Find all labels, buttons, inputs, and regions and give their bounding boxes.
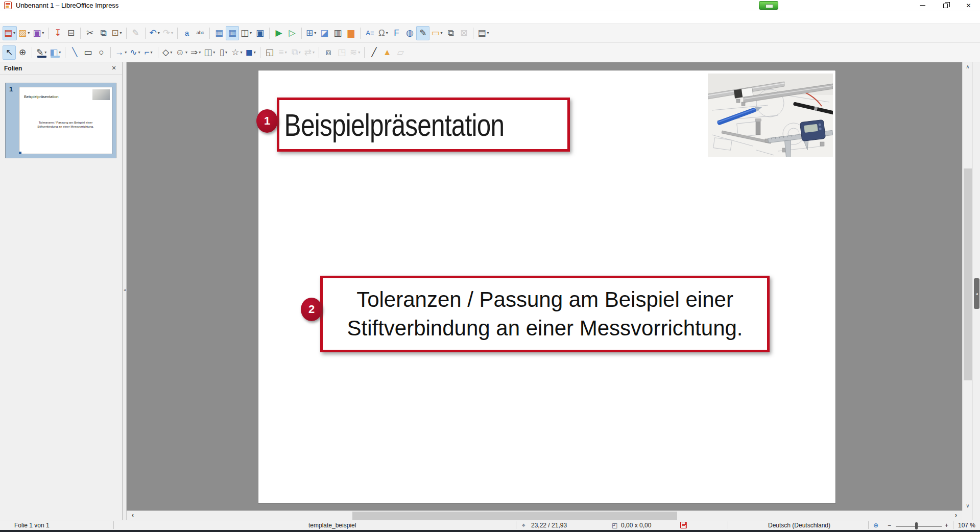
align-objects-button[interactable]: ≡ ▾ — [276, 45, 290, 60]
dropdown-arrow-icon[interactable]: ▾ — [185, 50, 187, 55]
select-button[interactable]: ↖ — [3, 45, 16, 60]
zoom-out-button[interactable]: − — [888, 522, 891, 529]
paste-button[interactable]: ⊡ ▾ — [110, 26, 123, 40]
menu-hilfe[interactable] — [84, 16, 93, 19]
dropdown-arrow-icon[interactable]: ▾ — [225, 50, 227, 55]
dropdown-arrow-icon[interactable]: ▾ — [299, 50, 301, 55]
dropdown-arrow-icon[interactable]: ▾ — [138, 50, 140, 55]
insert-line-button[interactable]: ╲ — [68, 45, 81, 60]
rectangle-button[interactable]: ▭ — [81, 45, 94, 60]
rotate-button[interactable]: ◱ — [263, 45, 276, 60]
show-draw-functions-button[interactable]: ✎ — [416, 26, 429, 40]
stars-banners-button[interactable]: ☆ ▾ — [230, 45, 244, 60]
start-from-first-slide-button[interactable]: ▶ — [272, 26, 285, 40]
annotation-badge-1[interactable]: 1 — [256, 109, 278, 133]
insert-media-button[interactable]: ▥ — [331, 26, 344, 40]
new-slide-button[interactable]: ▭ ▾ — [429, 26, 444, 40]
dropdown-arrow-icon[interactable]: ▾ — [59, 50, 61, 55]
dropdown-arrow-icon[interactable]: ▾ — [285, 50, 287, 55]
connectors-button[interactable]: ⌐ ▾ — [142, 45, 155, 60]
line-color-button[interactable]: ✎ ▾ — [35, 45, 48, 60]
horizontal-scrollbar[interactable]: ‹ › — [127, 511, 962, 520]
horizontal-scrollbar-thumb[interactable] — [352, 512, 677, 520]
menu-ansicht[interactable] — [19, 16, 29, 19]
block-arrows-button[interactable]: ⇒ ▾ — [189, 45, 202, 60]
display-grid-button[interactable]: ▦ — [212, 26, 226, 40]
menu-folie[interactable] — [47, 16, 56, 19]
scroll-down-icon[interactable]: ∨ — [963, 501, 973, 511]
menu-fenster[interactable] — [75, 16, 84, 19]
scroll-up-icon[interactable]: ∧ — [963, 62, 973, 71]
dropdown-arrow-icon[interactable]: ▾ — [13, 31, 15, 35]
dropdown-arrow-icon[interactable]: ▾ — [314, 31, 316, 35]
dropdown-arrow-icon[interactable]: ▾ — [42, 31, 44, 35]
curves-polygons-button[interactable]: ∿ ▾ — [128, 45, 141, 60]
insert-textbox-button[interactable]: A≡ — [363, 26, 376, 40]
vertical-scrollbar-thumb[interactable] — [964, 168, 972, 380]
flowchart-button[interactable]: ◫ ▾ — [202, 45, 217, 60]
fill-color-button[interactable]: ◧ ▾ — [48, 45, 62, 60]
clone-formatting-button[interactable]: ✎ — [129, 26, 142, 40]
slide-photo-image[interactable] — [708, 74, 833, 157]
vertical-scrollbar[interactable]: ∧ ∨ — [962, 62, 972, 511]
scroll-right-icon[interactable]: › — [951, 511, 961, 520]
menu-einfuegen[interactable] — [29, 16, 38, 19]
dropdown-arrow-icon[interactable]: ▾ — [213, 50, 215, 55]
fit-slide-icon[interactable]: ⊕ — [873, 522, 878, 529]
zoom-slider-knob[interactable] — [915, 522, 918, 529]
dropdown-arrow-icon[interactable]: ▾ — [241, 50, 243, 55]
dropdown-arrow-icon[interactable]: ▾ — [358, 50, 360, 55]
print-button[interactable]: ⊟ — [64, 26, 78, 40]
dropdown-arrow-icon[interactable]: ▾ — [119, 31, 122, 35]
image-filter-button[interactable]: ≋ ▾ — [348, 45, 362, 60]
delete-slide-button[interactable]: ⊠ — [457, 26, 470, 40]
zoom-slider-track[interactable] — [896, 526, 942, 527]
export-pdf-button[interactable]: ↧ — [51, 26, 64, 40]
tray-tool-button[interactable] — [759, 1, 778, 10]
zoom-in-button[interactable]: + — [945, 522, 948, 529]
slide-canvas[interactable]: Beispielpräsentation 1 Toleranzen / Pass… — [258, 70, 836, 503]
glue-points-button[interactable]: ▲ — [380, 45, 394, 60]
basic-shapes-button[interactable]: ◇ ▾ — [161, 45, 174, 60]
open-file-button[interactable]: ▨ ▾ — [17, 26, 31, 40]
dropdown-arrow-icon[interactable]: ▾ — [28, 31, 30, 35]
menu-datei[interactable] — [1, 16, 10, 19]
panel-close-icon[interactable]: ✕ — [110, 65, 118, 71]
collapse-panel-icon[interactable]: ◂ — [123, 288, 127, 292]
undo-button[interactable]: ↶ ▾ — [148, 26, 161, 40]
scroll-left-icon[interactable]: ‹ — [128, 511, 138, 520]
flip-button[interactable]: ⇄ ▾ — [303, 45, 316, 60]
fontwork-button[interactable]: F — [390, 26, 403, 40]
3d-objects-button[interactable]: ◼ ▾ — [244, 45, 257, 60]
dropdown-arrow-icon[interactable]: ▾ — [125, 50, 127, 55]
slide-body-textbox[interactable]: Toleranzen / Passung am Beispiel einer S… — [320, 276, 770, 352]
slide-thumbnail-1[interactable]: 1 Beispielpräsentation Toleranzen / Pass… — [5, 83, 116, 158]
close-button[interactable]: ✕ — [957, 0, 980, 11]
dropdown-arrow-icon[interactable]: ▾ — [170, 50, 172, 55]
dropdown-arrow-icon[interactable]: ▾ — [487, 31, 489, 35]
new-presentation-button[interactable]: ▤ ▾ — [3, 26, 17, 40]
sidebar-collapse-handle[interactable]: ◂ — [974, 278, 979, 309]
dropdown-arrow-icon[interactable]: ▾ — [440, 31, 442, 35]
start-from-current-slide-button[interactable]: ▷ — [285, 26, 299, 40]
duplicate-slide-button[interactable]: ⧉ — [444, 26, 457, 40]
find-replace-button[interactable]: a — [180, 26, 194, 40]
symbol-shapes-button[interactable]: ☺ ▾ — [174, 45, 189, 60]
snap-to-grid-button[interactable]: ▦ — [226, 26, 239, 40]
dropdown-arrow-icon[interactable]: ▾ — [199, 50, 201, 55]
edit-points-button[interactable]: ╱ — [367, 45, 380, 60]
restore-button[interactable] — [934, 0, 957, 11]
annotation-badge-2[interactable]: 2 — [301, 298, 322, 321]
language-status[interactable]: Deutsch (Deutschland) — [730, 522, 868, 529]
slide-properties-button[interactable]: ▤ ▾ — [476, 26, 490, 40]
menu-format[interactable] — [38, 16, 47, 19]
dropdown-arrow-icon[interactable]: ▾ — [151, 50, 153, 55]
insert-chart-button[interactable]: ▆ — [344, 26, 357, 40]
minimize-button[interactable] — [911, 0, 934, 11]
crop-button[interactable]: ◳ — [335, 45, 348, 60]
dropdown-arrow-icon[interactable]: ▾ — [254, 50, 256, 55]
master-slide-button[interactable]: ▣ — [253, 26, 267, 40]
zoom-level-status[interactable]: 107 % — [958, 522, 975, 529]
redo-button[interactable]: ↷ ▾ — [161, 26, 175, 40]
arrange-objects-button[interactable]: ⧉ ▾ — [290, 45, 303, 60]
